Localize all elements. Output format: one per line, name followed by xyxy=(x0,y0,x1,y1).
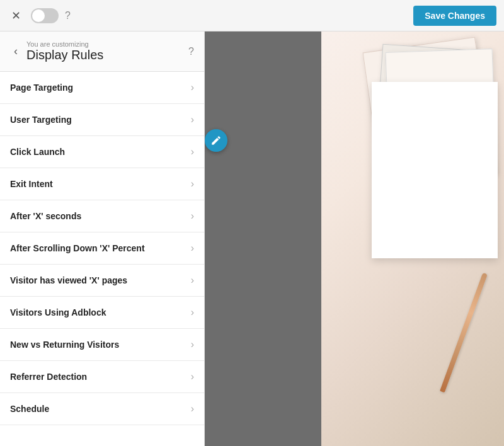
chevron-icon-schedule: › xyxy=(191,403,194,415)
chevron-icon-visitors-adblock: › xyxy=(191,307,194,318)
close-button[interactable]: ✕ xyxy=(8,6,25,25)
white-paper-decoration xyxy=(372,82,498,258)
menu-item-label-after-x-seconds: After 'X' seconds xyxy=(10,211,81,221)
menu-item-label-after-scrolling: After Scrolling Down 'X' Percent xyxy=(10,243,145,253)
menu-item-label-new-vs-returning: New vs Returning Visitors xyxy=(10,340,119,350)
chevron-icon-after-scrolling: › xyxy=(191,243,194,254)
main-area: ‹ You are customizing Display Rules ? Pa… xyxy=(0,31,504,446)
help-icon-header[interactable]: ? xyxy=(188,46,194,57)
menu-item-visitors-adblock[interactable]: Visitors Using Adblock› xyxy=(0,297,204,329)
help-icon-top[interactable]: ? xyxy=(65,10,71,21)
menu-item-new-vs-returning[interactable]: New vs Returning Visitors› xyxy=(0,329,204,361)
chevron-icon-after-x-seconds: › xyxy=(191,210,194,222)
chevron-icon-exit-intent: › xyxy=(191,178,194,190)
sidebar-panel: ‹ You are customizing Display Rules ? Pa… xyxy=(0,31,205,446)
menu-item-referrer-detection[interactable]: Referrer Detection› xyxy=(0,361,204,393)
menu-list: Page Targeting›User Targeting›Click Laun… xyxy=(0,72,204,446)
toggle-switch[interactable] xyxy=(31,8,59,23)
chevron-icon-user-targeting: › xyxy=(191,114,194,125)
pencil-icon xyxy=(210,135,222,146)
menu-item-after-scrolling[interactable]: After Scrolling Down 'X' Percent› xyxy=(0,232,204,265)
section-title: Display Rules xyxy=(26,48,103,62)
menu-item-user-targeting[interactable]: User Targeting› xyxy=(0,104,204,136)
customizing-label: You are customizing xyxy=(26,40,103,48)
menu-item-label-visitor-viewed: Visitor has viewed 'X' pages xyxy=(10,275,127,285)
preview-area xyxy=(205,31,504,446)
back-button[interactable]: ‹ xyxy=(10,43,21,59)
chevron-icon-referrer-detection: › xyxy=(191,371,194,382)
menu-item-exit-intent[interactable]: Exit Intent› xyxy=(0,168,204,200)
top-bar: ✕ ? Save Changes xyxy=(0,0,504,31)
menu-item-visitor-viewed[interactable]: Visitor has viewed 'X' pages› xyxy=(0,265,204,297)
menu-item-label-exit-intent: Exit Intent xyxy=(10,179,53,189)
menu-item-schedule[interactable]: Schedule› xyxy=(0,393,204,425)
menu-item-label-visitors-adblock: Visitors Using Adblock xyxy=(10,307,106,317)
menu-item-label-page-targeting: Page Targeting xyxy=(10,83,73,93)
chevron-icon-click-launch: › xyxy=(191,146,194,157)
menu-item-click-launch[interactable]: Click Launch› xyxy=(0,136,204,168)
chevron-icon-page-targeting: › xyxy=(191,82,194,93)
preview-image xyxy=(321,31,504,446)
menu-item-label-user-targeting: User Targeting xyxy=(10,115,72,125)
chevron-icon-visitor-viewed: › xyxy=(191,275,194,286)
pen-decoration xyxy=(440,273,488,393)
menu-item-label-click-launch: Click Launch xyxy=(10,147,65,157)
save-changes-button[interactable]: Save Changes xyxy=(413,6,496,26)
sidebar-header: ‹ You are customizing Display Rules ? xyxy=(0,31,204,72)
menu-item-label-referrer-detection: Referrer Detection xyxy=(10,372,87,382)
edit-fab-button[interactable] xyxy=(205,129,227,152)
menu-item-page-targeting[interactable]: Page Targeting› xyxy=(0,72,204,104)
sidebar-header-text: You are customizing Display Rules xyxy=(26,40,103,62)
chevron-icon-new-vs-returning: › xyxy=(191,339,194,350)
preview-content xyxy=(321,31,504,446)
menu-item-label-schedule: Schedule xyxy=(10,404,49,414)
menu-item-after-x-seconds[interactable]: After 'X' seconds› xyxy=(0,200,204,232)
